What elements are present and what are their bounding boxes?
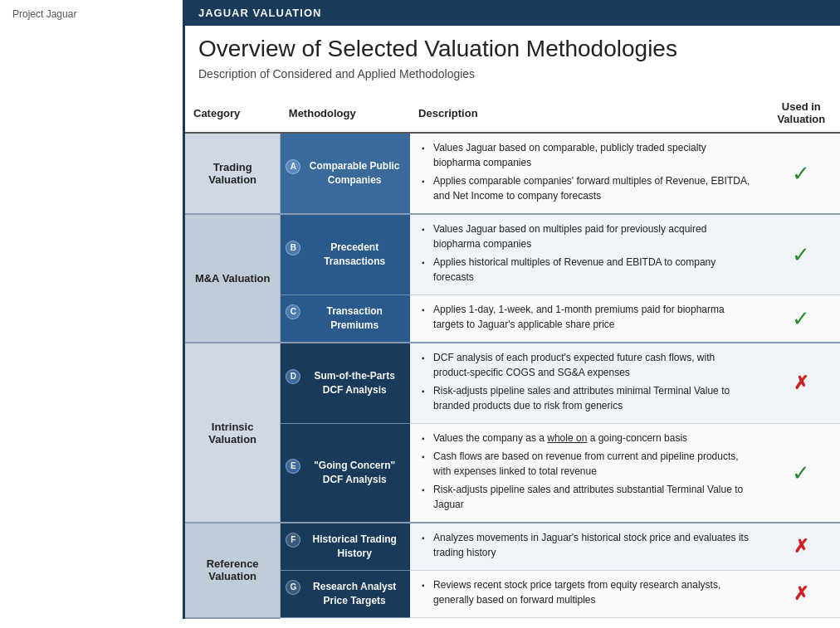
description-item: ▪Values Jaguar based on comparable, publ… (422, 140, 751, 170)
bullet-icon: ▪ (422, 579, 425, 591)
table-row: Intrinsic ValuationDSum-of-the-Parts DCF… (185, 343, 840, 424)
bar-title-text: JAGUAR VALUATION (198, 7, 321, 19)
description-item: ▪Values the company as a whole on a goin… (422, 431, 751, 445)
category-cell-intrinsic-valuation: Intrinsic Valuation (185, 343, 281, 523)
methodology-name: "Going Concern" DCF Analysis (314, 460, 395, 485)
description-cell-f: ▪Analyzes movements in Jaguar's historic… (410, 523, 763, 571)
bullet-icon: ▪ (422, 450, 425, 463)
description-item: ▪Applies comparable companies' forward m… (422, 173, 751, 203)
table-row: CTransaction Premiums▪Applies 1-day, 1-w… (185, 295, 840, 343)
description-item: ▪Risk-adjusts pipeline sales and attribu… (422, 482, 751, 512)
check-icon: ✓ (792, 460, 810, 485)
title-area: Overview of Selected Valuation Methodolo… (185, 26, 840, 94)
cross-icon: ✗ (794, 372, 808, 393)
table-row: E"Going Concern" DCF Analysis▪Values the… (185, 424, 840, 523)
methodology-name: Sum-of-the-Parts DCF Analysis (315, 370, 395, 396)
description-item: ▪Values Jaguar based on multiples paid f… (422, 222, 751, 251)
category-cell-m&a-valuation: M&A Valuation (185, 214, 281, 343)
methodology-name: Comparable Public Companies (310, 160, 400, 186)
col-header-methodology: Methodology (281, 94, 410, 133)
description-item: ▪Applies 1-day, 1-week, and 1-month prem… (422, 302, 751, 332)
bullet-icon: ▪ (422, 256, 425, 269)
description-cell-a: ▪Values Jaguar based on comparable, publ… (410, 133, 763, 214)
bullet-icon: ▪ (422, 175, 425, 187)
methodology-cell-a: AComparable Public Companies (281, 133, 410, 214)
methodology-cell-g: GResearch Analyst Price Targets (281, 571, 410, 618)
bullet-icon: ▪ (422, 352, 425, 364)
methodology-cell-c: CTransaction Premiums (281, 295, 410, 343)
project-text: Project Jaguar (12, 8, 76, 20)
col-header-description: Description (410, 94, 763, 133)
methodology-cell-d: DSum-of-the-Parts DCF Analysis (281, 343, 410, 424)
bullet-icon: ▪ (422, 484, 425, 496)
description-item: ▪Reviews recent stock price targets from… (422, 577, 751, 607)
letter-badge-b: B (286, 241, 300, 256)
used-cell-c: ✓ (763, 295, 840, 343)
description-cell-d: ▪DCF analysis of each product's expected… (410, 343, 763, 424)
project-label: Project Jaguar (0, 0, 183, 94)
methodology-cell-b: BPrecedent Transactions (281, 214, 410, 295)
table-row: M&A ValuationBPrecedent Transactions▪Val… (185, 214, 840, 295)
description-item: ▪Applies historical multiples of Revenue… (422, 255, 751, 285)
letter-badge-f: F (286, 533, 300, 548)
bullet-icon: ▪ (422, 432, 425, 445)
used-cell-b: ✓ (763, 214, 840, 295)
bullet-icon: ▪ (422, 142, 425, 154)
table-row: Trading ValuationAComparable Public Comp… (185, 133, 840, 214)
methodology-name: Precedent Transactions (324, 241, 385, 267)
used-cell-g: ✗ (763, 571, 840, 618)
methodology-name: Historical Trading History (313, 533, 397, 559)
description-cell-g: ▪Reviews recent stock price targets from… (410, 571, 763, 618)
methodology-name: Research Analyst Price Targets (313, 581, 396, 606)
subtitle: Description of Considered and Applied Me… (198, 67, 827, 80)
check-icon: ✓ (792, 242, 810, 267)
used-cell-e: ✓ (763, 424, 840, 523)
col-header-used: Used in Valuation (763, 94, 840, 133)
table-row: Reference ValuationFHistorical Trading H… (185, 523, 840, 571)
methodology-cell-e: E"Going Concern" DCF Analysis (281, 424, 410, 523)
methodology-cell-f: FHistorical Trading History (281, 523, 410, 571)
letter-badge-e: E (286, 459, 300, 474)
bullet-icon: ▪ (422, 385, 425, 397)
check-icon: ✓ (792, 306, 810, 331)
col-header-category: Category (185, 94, 281, 133)
description-item: ▪Cash flows are based on revenue from cu… (422, 449, 751, 479)
bullet-icon: ▪ (422, 304, 425, 316)
description-item: ▪Risk-adjusts pipeline sales and attribu… (422, 383, 751, 413)
letter-badge-d: D (286, 369, 300, 384)
description-item: ▪Analyzes movements in Jaguar's historic… (422, 530, 751, 560)
description-cell-b: ▪Values Jaguar based on multiples paid f… (410, 214, 763, 295)
category-cell-trading-valuation: Trading Valuation (185, 133, 281, 214)
bullet-icon: ▪ (422, 223, 425, 236)
section-bar: JAGUAR VALUATION (185, 0, 840, 26)
description-item: ▪DCF analysis of each product's expected… (422, 350, 751, 380)
bullet-icon: ▪ (422, 532, 425, 544)
letter-badge-g: G (286, 580, 300, 595)
used-cell-f: ✗ (763, 523, 840, 571)
description-cell-c: ▪Applies 1-day, 1-week, and 1-month prem… (410, 295, 763, 343)
main-title: Overview of Selected Valuation Methodolo… (198, 36, 827, 62)
letter-badge-c: C (286, 304, 300, 319)
methodology-name: Transaction Premiums (327, 305, 383, 331)
cross-icon: ✗ (794, 536, 808, 557)
used-cell-a: ✓ (763, 133, 840, 214)
cross-icon: ✗ (794, 583, 808, 604)
check-icon: ✓ (792, 161, 810, 186)
used-cell-d: ✗ (763, 343, 840, 424)
letter-badge-a: A (286, 159, 300, 174)
category-cell-reference-valuation: Reference Valuation (185, 523, 281, 618)
table-row: GResearch Analyst Price Targets▪Reviews … (185, 571, 840, 618)
description-cell-e: ▪Values the company as a whole on a goin… (410, 424, 763, 523)
footer: Goldman Stanley 16 (0, 622, 840, 629)
valuation-table: Category Methodology Description Used in… (185, 94, 840, 619)
